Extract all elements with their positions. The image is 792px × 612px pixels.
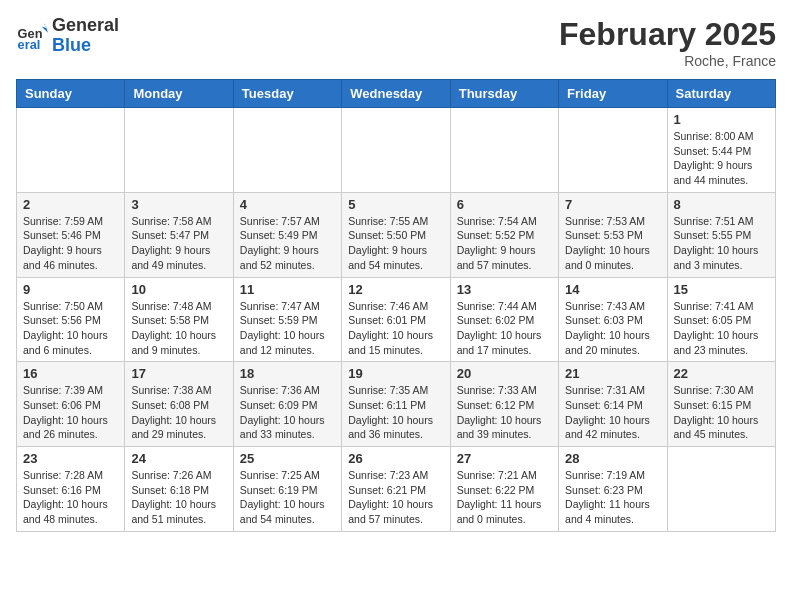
day-info: Sunrise: 7:19 AM Sunset: 6:23 PM Dayligh… (565, 468, 660, 527)
day-info: Sunrise: 7:50 AM Sunset: 5:56 PM Dayligh… (23, 299, 118, 358)
day-number: 7 (565, 197, 660, 212)
day-info: Sunrise: 7:28 AM Sunset: 6:16 PM Dayligh… (23, 468, 118, 527)
day-number: 27 (457, 451, 552, 466)
day-number: 19 (348, 366, 443, 381)
table-cell: 1Sunrise: 8:00 AM Sunset: 5:44 PM Daylig… (667, 108, 775, 193)
day-info: Sunrise: 7:23 AM Sunset: 6:21 PM Dayligh… (348, 468, 443, 527)
table-cell: 14Sunrise: 7:43 AM Sunset: 6:03 PM Dayli… (559, 277, 667, 362)
header-thursday: Thursday (450, 80, 558, 108)
week-row-1: 1Sunrise: 8:00 AM Sunset: 5:44 PM Daylig… (17, 108, 776, 193)
logo-general: General (52, 16, 119, 36)
header-friday: Friday (559, 80, 667, 108)
week-row-5: 23Sunrise: 7:28 AM Sunset: 6:16 PM Dayli… (17, 447, 776, 532)
table-cell: 9Sunrise: 7:50 AM Sunset: 5:56 PM Daylig… (17, 277, 125, 362)
day-number: 20 (457, 366, 552, 381)
day-number: 9 (23, 282, 118, 297)
table-cell: 6Sunrise: 7:54 AM Sunset: 5:52 PM Daylig… (450, 192, 558, 277)
table-cell: 13Sunrise: 7:44 AM Sunset: 6:02 PM Dayli… (450, 277, 558, 362)
table-cell (17, 108, 125, 193)
week-row-4: 16Sunrise: 7:39 AM Sunset: 6:06 PM Dayli… (17, 362, 776, 447)
table-cell: 25Sunrise: 7:25 AM Sunset: 6:19 PM Dayli… (233, 447, 341, 532)
month-year: February 2025 (559, 16, 776, 53)
table-cell (667, 447, 775, 532)
table-cell (450, 108, 558, 193)
day-info: Sunrise: 7:21 AM Sunset: 6:22 PM Dayligh… (457, 468, 552, 527)
table-cell: 4Sunrise: 7:57 AM Sunset: 5:49 PM Daylig… (233, 192, 341, 277)
table-cell: 21Sunrise: 7:31 AM Sunset: 6:14 PM Dayli… (559, 362, 667, 447)
week-row-3: 9Sunrise: 7:50 AM Sunset: 5:56 PM Daylig… (17, 277, 776, 362)
table-cell: 26Sunrise: 7:23 AM Sunset: 6:21 PM Dayli… (342, 447, 450, 532)
day-number: 5 (348, 197, 443, 212)
day-number: 23 (23, 451, 118, 466)
svg-marker-2 (42, 26, 48, 32)
table-cell: 17Sunrise: 7:38 AM Sunset: 6:08 PM Dayli… (125, 362, 233, 447)
table-cell: 28Sunrise: 7:19 AM Sunset: 6:23 PM Dayli… (559, 447, 667, 532)
day-info: Sunrise: 7:54 AM Sunset: 5:52 PM Dayligh… (457, 214, 552, 273)
day-number: 1 (674, 112, 769, 127)
day-number: 22 (674, 366, 769, 381)
location: Roche, France (559, 53, 776, 69)
day-info: Sunrise: 7:57 AM Sunset: 5:49 PM Dayligh… (240, 214, 335, 273)
day-number: 16 (23, 366, 118, 381)
day-info: Sunrise: 7:39 AM Sunset: 6:06 PM Dayligh… (23, 383, 118, 442)
table-cell: 5Sunrise: 7:55 AM Sunset: 5:50 PM Daylig… (342, 192, 450, 277)
table-cell (233, 108, 341, 193)
table-cell: 19Sunrise: 7:35 AM Sunset: 6:11 PM Dayli… (342, 362, 450, 447)
day-info: Sunrise: 7:53 AM Sunset: 5:53 PM Dayligh… (565, 214, 660, 273)
table-cell: 24Sunrise: 7:26 AM Sunset: 6:18 PM Dayli… (125, 447, 233, 532)
title-block: February 2025 Roche, France (559, 16, 776, 69)
day-number: 11 (240, 282, 335, 297)
day-info: Sunrise: 7:48 AM Sunset: 5:58 PM Dayligh… (131, 299, 226, 358)
header-monday: Monday (125, 80, 233, 108)
day-number: 25 (240, 451, 335, 466)
header-tuesday: Tuesday (233, 80, 341, 108)
day-number: 17 (131, 366, 226, 381)
day-info: Sunrise: 7:35 AM Sunset: 6:11 PM Dayligh… (348, 383, 443, 442)
day-number: 8 (674, 197, 769, 212)
day-number: 10 (131, 282, 226, 297)
day-info: Sunrise: 7:47 AM Sunset: 5:59 PM Dayligh… (240, 299, 335, 358)
day-number: 12 (348, 282, 443, 297)
table-cell: 22Sunrise: 7:30 AM Sunset: 6:15 PM Dayli… (667, 362, 775, 447)
page-header: Gen eral General Blue February 2025 Roch… (16, 16, 776, 69)
day-number: 3 (131, 197, 226, 212)
day-number: 6 (457, 197, 552, 212)
calendar-header-row: SundayMondayTuesdayWednesdayThursdayFrid… (17, 80, 776, 108)
logo-blue: Blue (52, 36, 119, 56)
day-number: 14 (565, 282, 660, 297)
day-info: Sunrise: 7:55 AM Sunset: 5:50 PM Dayligh… (348, 214, 443, 273)
svg-text:eral: eral (18, 37, 41, 52)
table-cell: 7Sunrise: 7:53 AM Sunset: 5:53 PM Daylig… (559, 192, 667, 277)
logo-text: General Blue (52, 16, 119, 56)
day-number: 21 (565, 366, 660, 381)
day-info: Sunrise: 7:26 AM Sunset: 6:18 PM Dayligh… (131, 468, 226, 527)
table-cell: 27Sunrise: 7:21 AM Sunset: 6:22 PM Dayli… (450, 447, 558, 532)
table-cell: 8Sunrise: 7:51 AM Sunset: 5:55 PM Daylig… (667, 192, 775, 277)
day-info: Sunrise: 7:58 AM Sunset: 5:47 PM Dayligh… (131, 214, 226, 273)
day-info: Sunrise: 7:25 AM Sunset: 6:19 PM Dayligh… (240, 468, 335, 527)
day-info: Sunrise: 7:43 AM Sunset: 6:03 PM Dayligh… (565, 299, 660, 358)
day-info: Sunrise: 7:41 AM Sunset: 6:05 PM Dayligh… (674, 299, 769, 358)
table-cell (125, 108, 233, 193)
day-info: Sunrise: 7:51 AM Sunset: 5:55 PM Dayligh… (674, 214, 769, 273)
day-number: 18 (240, 366, 335, 381)
day-number: 4 (240, 197, 335, 212)
week-row-2: 2Sunrise: 7:59 AM Sunset: 5:46 PM Daylig… (17, 192, 776, 277)
day-number: 24 (131, 451, 226, 466)
day-info: Sunrise: 7:36 AM Sunset: 6:09 PM Dayligh… (240, 383, 335, 442)
table-cell (342, 108, 450, 193)
day-info: Sunrise: 7:59 AM Sunset: 5:46 PM Dayligh… (23, 214, 118, 273)
day-info: Sunrise: 7:44 AM Sunset: 6:02 PM Dayligh… (457, 299, 552, 358)
table-cell: 20Sunrise: 7:33 AM Sunset: 6:12 PM Dayli… (450, 362, 558, 447)
logo-icon: Gen eral (16, 20, 48, 52)
calendar-table: SundayMondayTuesdayWednesdayThursdayFrid… (16, 79, 776, 532)
table-cell: 11Sunrise: 7:47 AM Sunset: 5:59 PM Dayli… (233, 277, 341, 362)
day-number: 13 (457, 282, 552, 297)
table-cell: 15Sunrise: 7:41 AM Sunset: 6:05 PM Dayli… (667, 277, 775, 362)
day-info: Sunrise: 7:30 AM Sunset: 6:15 PM Dayligh… (674, 383, 769, 442)
day-info: Sunrise: 8:00 AM Sunset: 5:44 PM Dayligh… (674, 129, 769, 188)
table-cell: 18Sunrise: 7:36 AM Sunset: 6:09 PM Dayli… (233, 362, 341, 447)
table-cell: 23Sunrise: 7:28 AM Sunset: 6:16 PM Dayli… (17, 447, 125, 532)
table-cell: 10Sunrise: 7:48 AM Sunset: 5:58 PM Dayli… (125, 277, 233, 362)
table-cell (559, 108, 667, 193)
